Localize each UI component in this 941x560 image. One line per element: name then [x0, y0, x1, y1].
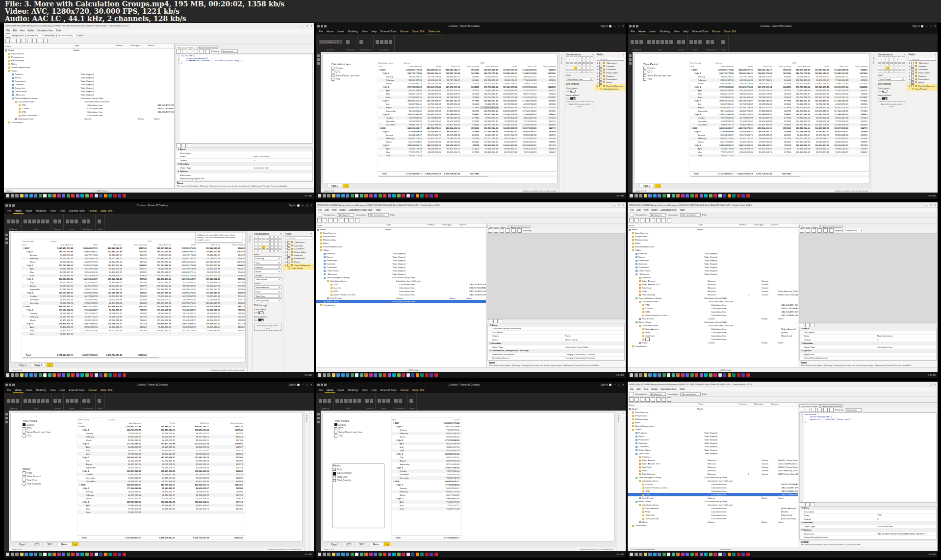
- matrix-row[interactable]: October73,973,630.5440,739,802.9833,233,…: [378, 116, 557, 120]
- expand-icon[interactable]: ⊟: [382, 86, 384, 88]
- taskbar-app-icon[interactable]: [374, 194, 377, 197]
- property-row[interactable]: Expression: [176, 173, 312, 177]
- visual-type-icon[interactable]: [898, 63, 901, 66]
- taskbar-app-icon[interactable]: [80, 194, 84, 197]
- visual-type-icon[interactable]: [570, 60, 573, 63]
- toolbar-icon[interactable]: [645, 397, 650, 402]
- taskbar-app-icon[interactable]: [681, 194, 685, 197]
- data-view-icon[interactable]: [317, 58, 320, 61]
- slicer-item[interactable]: QTD: [331, 71, 374, 73]
- ribbon-command-icon[interactable]: [16, 399, 19, 403]
- matrix-row[interactable]: January79,618,796.1141,278,179.0438,340,…: [22, 253, 245, 257]
- model-view-icon[interactable]: [629, 62, 632, 65]
- expression-editor-tab[interactable]: Expression Editor: [487, 225, 508, 228]
- taskbar-app-icon[interactable]: [723, 194, 726, 197]
- save-icon[interactable]: [9, 384, 11, 386]
- matrix-row[interactable]: September82,115,260.6144,656,726.0237,45…: [78, 466, 246, 469]
- field-well-pill[interactable]: Total Cost✕: [254, 294, 281, 298]
- tree-row[interactable]: CustomersTable (Import): [316, 266, 486, 269]
- expand-caret-icon[interactable]: ∨: [597, 85, 598, 87]
- taskbar-app-icon[interactable]: [648, 194, 652, 197]
- ribbon-command-icon[interactable]: [82, 219, 86, 223]
- visual-type-icon[interactable]: [878, 60, 881, 63]
- ribbon-command-icon[interactable]: [335, 399, 339, 403]
- expand-caret-icon[interactable]: ∨: [597, 68, 598, 71]
- start-button-icon[interactable]: [318, 373, 321, 377]
- report-page[interactable]: Time PeriodCurrentQTDYearSales AmountPro…: [11, 233, 245, 362]
- file-menu-button[interactable]: File: [5, 209, 13, 214]
- visual-type-icon[interactable]: [570, 63, 573, 66]
- taskbar-app-icon[interactable]: [411, 553, 414, 556]
- matrix-row[interactable]: January79,618,796.1141,278,179.0438,340,…: [378, 75, 557, 78]
- undo-icon[interactable]: [636, 25, 638, 27]
- tree-row[interactable]: Roles: [316, 242, 486, 245]
- slicer-checkbox[interactable]: [643, 74, 646, 77]
- slicer-item[interactable]: Total Cost: [23, 479, 70, 482]
- slicer-checkbox[interactable]: [23, 483, 25, 486]
- file-menu-button[interactable]: File: [317, 29, 325, 34]
- matrix-row[interactable]: December78,609,732.76: [392, 476, 461, 480]
- matrix-row[interactable]: April75,480,178.5939,528,852.5235,951,32…: [78, 504, 246, 507]
- fields-table-item[interactable]: ∨Stores: [907, 81, 938, 84]
- expression-toolbar-icon[interactable]: [517, 228, 522, 233]
- tree-row[interactable]: QTDCalculation ItemCALCULATE( SELECTEDME…: [628, 489, 798, 493]
- slicer-checkbox[interactable]: [23, 435, 25, 438]
- ribbon-command-icon[interactable]: [721, 40, 725, 44]
- visual-type-icon[interactable]: [894, 60, 897, 63]
- property-row[interactable]: NameMetric Group: [488, 338, 624, 342]
- toolbar-icon[interactable]: [656, 218, 661, 222]
- taskbar-app-icon[interactable]: [713, 373, 717, 377]
- menu-item-tools[interactable]: Tools: [56, 29, 61, 32]
- expand-caret-icon[interactable]: ∨: [285, 244, 286, 247]
- property-value[interactable]: Calculation Item: [877, 525, 936, 528]
- taskbar-app-icon[interactable]: [99, 194, 102, 197]
- ribbon-command-icon[interactable]: [66, 219, 69, 223]
- taskbar-app-icon[interactable]: [118, 194, 121, 197]
- page-tab[interactable]: Page 2: [31, 363, 45, 367]
- field-well-pill[interactable]: Calculation Item✕: [566, 77, 593, 81]
- taskbar-app-icon[interactable]: [695, 194, 698, 197]
- taskbar-app-icon[interactable]: [48, 194, 51, 197]
- ribbon-command-icon[interactable]: [82, 399, 86, 403]
- expand-icon[interactable]: ⊟: [393, 422, 395, 424]
- fields-search-input[interactable]: ⌕Search: [597, 57, 624, 61]
- taskbar-app-icon[interactable]: [411, 194, 414, 197]
- visual-type-icon[interactable]: [566, 67, 569, 70]
- toggle-switch-off[interactable]: [882, 90, 888, 93]
- field-pill-remove-icon[interactable]: ✕: [278, 266, 280, 268]
- taskbar-app-icon[interactable]: [407, 553, 410, 556]
- ribbon-command-icon[interactable]: [386, 399, 390, 403]
- property-value[interactable]: Calculation Item: [877, 346, 936, 348]
- taskbar-app-icon[interactable]: [648, 373, 652, 377]
- fields-child-item[interactable]: Time Period: [283, 267, 314, 270]
- ribbon-command-icon[interactable]: [58, 399, 61, 403]
- taskbar-app-icon[interactable]: [402, 373, 405, 377]
- menu-item-tools[interactable]: Tools: [680, 209, 685, 211]
- expression-toolbar-icon[interactable]: [511, 228, 516, 233]
- keep-filters-toggle[interactable]: On: [876, 97, 907, 100]
- slicer-item[interactable]: QTD: [643, 71, 686, 73]
- account-avatar[interactable]: [297, 204, 300, 207]
- taskbar-app-icon[interactable]: [39, 194, 42, 197]
- collapse-pane-icon[interactable]: >: [280, 232, 281, 235]
- dax-code-editor[interactable]: 1234CALCULATE ( SELECTEDMEASURE() , SAME…: [176, 54, 313, 144]
- expression-toolbar-icon[interactable]: [176, 49, 180, 53]
- tree-row[interactable]: Metric GroupCalculation Group Table: [316, 300, 486, 303]
- expand-icon[interactable]: ⊟: [23, 247, 25, 249]
- report-page[interactable]: Time PeriodCurrentQTDSame Period Last Ye…: [323, 413, 614, 541]
- sign-in-button[interactable]: Sign in: [601, 24, 608, 27]
- tree-row[interactable]: ProfitCalculation Item[Profit]: [628, 331, 798, 334]
- taskbar-app-icon[interactable]: [732, 194, 736, 197]
- menu-item-file[interactable]: File: [630, 209, 634, 211]
- taskbar-app-icon[interactable]: [709, 553, 712, 556]
- tree-row[interactable]: Roles: [628, 421, 798, 424]
- taskbar-app-icon[interactable]: [658, 553, 661, 556]
- matrix-row[interactable]: January56,634,369.6728,375,546.7528,258,…: [22, 312, 245, 315]
- tree-row[interactable]: StoresTable (Import): [4, 76, 174, 79]
- field-checkbox[interactable]: [599, 62, 602, 65]
- ribbon-command-icon[interactable]: [380, 40, 383, 44]
- tree-row[interactable]: Calculation ItemsCalculation Item Collec…: [628, 300, 798, 303]
- visual-type-icon[interactable]: [270, 246, 274, 249]
- toolbar-icon[interactable]: [651, 218, 655, 222]
- property-select[interactable]: Expression: [845, 408, 861, 412]
